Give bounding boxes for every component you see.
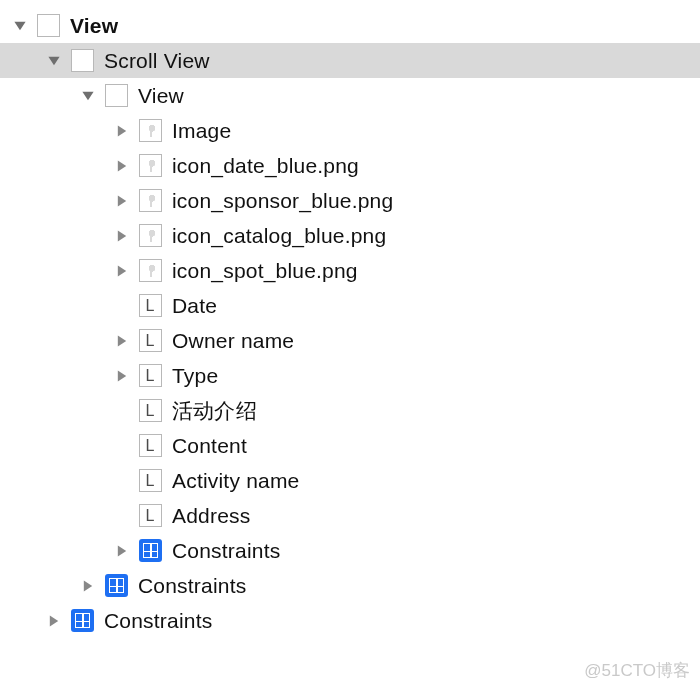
disclosure-none [112, 471, 132, 491]
row-label: View [138, 84, 184, 108]
svg-marker-11 [84, 580, 92, 591]
label-icon: L [139, 294, 162, 317]
tree-row[interactable]: icon_sponsor_blue.png [0, 183, 700, 218]
disclosure-closed-icon[interactable] [112, 121, 132, 141]
svg-marker-5 [118, 195, 126, 206]
svg-marker-2 [82, 91, 93, 99]
tree-row[interactable]: icon_catalog_blue.png [0, 218, 700, 253]
disclosure-closed-icon[interactable] [112, 156, 132, 176]
disclosure-open-icon[interactable] [10, 16, 30, 36]
view-icon [105, 84, 128, 107]
row-label: Scroll View [104, 49, 210, 73]
disclosure-open-icon[interactable] [44, 51, 64, 71]
disclosure-none [112, 401, 132, 421]
disclosure-none [112, 506, 132, 526]
svg-marker-10 [118, 545, 126, 556]
svg-marker-8 [118, 335, 126, 346]
tree-row[interactable]: View [0, 8, 700, 43]
tree-row[interactable]: Scroll View [0, 43, 700, 78]
row-label: icon_sponsor_blue.png [172, 189, 393, 213]
row-icon [136, 187, 164, 215]
row-label: Owner name [172, 329, 294, 353]
row-label: 活动介绍 [172, 397, 257, 425]
image-icon [139, 119, 162, 142]
row-label: Constraints [138, 574, 246, 598]
disclosure-closed-icon[interactable] [112, 541, 132, 561]
image-icon [139, 154, 162, 177]
row-icon: L [136, 397, 164, 425]
tree-row[interactable]: LOwner name [0, 323, 700, 358]
row-icon [136, 257, 164, 285]
row-icon [102, 82, 130, 110]
disclosure-closed-icon[interactable] [78, 576, 98, 596]
row-icon [136, 117, 164, 145]
svg-marker-12 [50, 615, 58, 626]
svg-marker-1 [48, 56, 59, 64]
row-label: Date [172, 294, 217, 318]
label-icon: L [139, 364, 162, 387]
constraints-icon [105, 574, 128, 597]
row-icon: L [136, 467, 164, 495]
tree-row[interactable]: Image [0, 113, 700, 148]
image-icon [139, 259, 162, 282]
tree-row[interactable]: Constraints [0, 568, 700, 603]
row-icon [136, 222, 164, 250]
tree-row[interactable]: icon_spot_blue.png [0, 253, 700, 288]
constraints-icon [139, 539, 162, 562]
row-label: icon_spot_blue.png [172, 259, 358, 283]
row-icon: L [136, 292, 164, 320]
disclosure-none [112, 296, 132, 316]
label-icon: L [139, 434, 162, 457]
row-label: Content [172, 434, 247, 458]
tree-row[interactable]: LActivity name [0, 463, 700, 498]
disclosure-open-icon[interactable] [78, 86, 98, 106]
svg-marker-4 [118, 160, 126, 171]
tree-row[interactable]: LType [0, 358, 700, 393]
row-icon: L [136, 362, 164, 390]
view-icon [37, 14, 60, 37]
watermark: @51CTO博客 [584, 659, 690, 682]
svg-marker-6 [118, 230, 126, 241]
row-label: Address [172, 504, 250, 528]
tree-row[interactable]: icon_date_blue.png [0, 148, 700, 183]
row-label: Constraints [172, 539, 280, 563]
tree-row[interactable]: LAddress [0, 498, 700, 533]
svg-marker-3 [118, 125, 126, 136]
row-icon [136, 152, 164, 180]
tree-row[interactable]: L活动介绍 [0, 393, 700, 428]
outline-tree: ViewScroll ViewViewImageicon_date_blue.p… [0, 0, 700, 638]
row-label: icon_date_blue.png [172, 154, 359, 178]
row-icon [34, 12, 62, 40]
constraints-icon [71, 609, 94, 632]
disclosure-closed-icon[interactable] [112, 331, 132, 351]
svg-marker-0 [14, 21, 25, 29]
svg-marker-7 [118, 265, 126, 276]
label-icon: L [139, 504, 162, 527]
view-icon [71, 49, 94, 72]
row-icon: L [136, 502, 164, 530]
image-icon [139, 224, 162, 247]
disclosure-closed-icon[interactable] [112, 261, 132, 281]
row-label: Constraints [104, 609, 212, 633]
row-icon: L [136, 327, 164, 355]
tree-row[interactable]: Constraints [0, 603, 700, 638]
label-icon: L [139, 469, 162, 492]
row-label: View [70, 14, 118, 38]
tree-row[interactable]: LContent [0, 428, 700, 463]
tree-row[interactable]: View [0, 78, 700, 113]
row-label: icon_catalog_blue.png [172, 224, 386, 248]
tree-row[interactable]: Constraints [0, 533, 700, 568]
tree-row[interactable]: LDate [0, 288, 700, 323]
label-icon: L [139, 399, 162, 422]
disclosure-closed-icon[interactable] [112, 366, 132, 386]
disclosure-closed-icon[interactable] [112, 226, 132, 246]
row-label: Activity name [172, 469, 299, 493]
disclosure-none [112, 436, 132, 456]
row-label: Image [172, 119, 231, 143]
disclosure-closed-icon[interactable] [44, 611, 64, 631]
image-icon [139, 189, 162, 212]
row-icon [68, 607, 96, 635]
row-icon [102, 572, 130, 600]
disclosure-closed-icon[interactable] [112, 191, 132, 211]
row-icon [136, 537, 164, 565]
